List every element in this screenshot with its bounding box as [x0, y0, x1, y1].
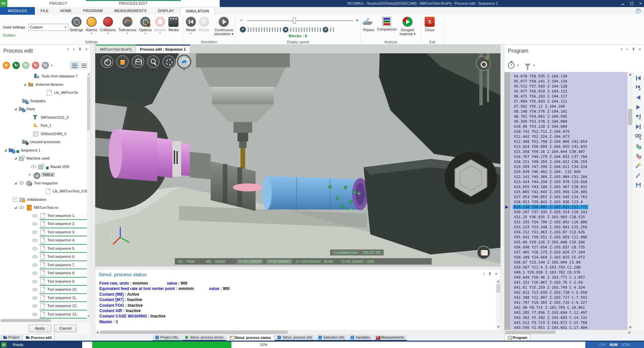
program-line[interactable]: X18.151 Y48.359 Z-104.022 C36.159	[513, 159, 627, 164]
tree-row[interactable]: Part_1	[0, 121, 91, 130]
program-line[interactable]: X5.511 Y57.569 Z-104.128	[513, 84, 627, 89]
tab-modules[interactable]: MODULES	[0, 7, 35, 15]
pin-icon[interactable]	[78, 47, 82, 52]
program-line[interactable]: X23.414 Y44.294 Z-103.978 C29.658	[513, 179, 627, 184]
program-line[interactable]: X28.013 Y39.843 Z-103.936 C23.4	[513, 199, 627, 205]
alarms-button[interactable]: Alarms▼	[85, 15, 99, 35]
scrollbar-thumb[interactable]	[505, 331, 555, 334]
program-line[interactable]: X8.148 Y54.576 Z-104.101	[513, 109, 627, 114]
scroll-up-icon[interactable]	[88, 73, 90, 75]
visibility-eye-icon[interactable]	[32, 264, 38, 267]
visibility-eye-icon[interactable]	[32, 239, 38, 242]
scroll-up-icon[interactable]	[497, 280, 500, 282]
program-line[interactable]: X5.077 Y58.241 Z-104.134	[513, 79, 627, 84]
speed-slider[interactable]	[247, 20, 353, 21]
program-line[interactable]: X42.707 Y10.365 Z-103.716 C-9.227	[513, 300, 627, 305]
cylinder-display-button[interactable]: ▼	[131, 55, 145, 71]
help-icon[interactable]: ?	[483, 272, 485, 276]
program-line[interactable]: X13.924 Y50.999 Z-104.055 C41.031	[513, 144, 627, 149]
tree-row[interactable]: Tool sequence 10,	[0, 286, 91, 294]
tab-program[interactable]: PROGRAM	[77, 7, 109, 15]
chevron-down-icon[interactable]: ▼	[626, 48, 629, 51]
program-line[interactable]: X35.041 Y30.552 Z-103.859 C11.996	[513, 235, 627, 240]
bottom-tab-measurements[interactable]: Measurements	[373, 335, 407, 341]
tree-horizontal-scrollbar[interactable]	[0, 318, 91, 323]
scrollbar-thumb[interactable]	[100, 331, 288, 334]
speed-plus-button[interactable]: +	[356, 17, 359, 23]
tree-row[interactable]: Tool sequence 9,	[0, 278, 91, 286]
filter-icon[interactable]	[525, 64, 531, 67]
comparison-button[interactable]: Comparison	[376, 15, 398, 31]
program-line[interactable]: X16.767 Y49.279 Z-104.033 C37.784	[513, 154, 627, 159]
close-button[interactable]: X Close	[423, 15, 436, 32]
program-line[interactable]: X22.141 Y45.366 Z-103.989 C31.284	[513, 174, 627, 179]
search-button[interactable]	[635, 133, 642, 140]
next-block-button[interactable]	[635, 104, 642, 111]
program-line[interactable]: X25.865 Y42.043 Z-103.956 C26.405	[513, 189, 627, 194]
tree-vertical-scrollbar[interactable]	[87, 72, 91, 318]
tree-row[interactable]: CParts	[0, 105, 91, 113]
program-line[interactable]: X24.655 Y43.186 Z-103.967 C28.031	[513, 184, 627, 189]
visibility-eye-icon[interactable]	[32, 222, 38, 226]
tree-row[interactable]: Machine used	[0, 154, 91, 163]
clock-icon[interactable]	[240, 26, 246, 33]
pin-icon[interactable]	[632, 47, 635, 52]
tree-row[interactable]: Tool sequence 5,	[0, 245, 91, 253]
program-line[interactable]: X39.507 Y21.6 Z-103.793 C2.208	[513, 265, 627, 270]
program-line[interactable]: X43.512 Y3.723 Z-103.672 C-15.768	[513, 320, 627, 325]
program-line[interactable]: X43.595 Y2.051 Z-103.661 C-17.404	[513, 325, 627, 330]
gouged-material-button[interactable]: Gouged material ▾	[398, 15, 417, 36]
program-code-area[interactable]: X4.678 Y58.935 Z-104.139X5.077 Y58.241 Z…	[504, 72, 644, 330]
new-edit-button[interactable]	[635, 162, 642, 169]
tree-row[interactable]: Tool sequence 11,	[0, 294, 91, 302]
tree-row[interactable]: Tool sequence 12,	[0, 302, 91, 310]
tree-row[interactable]: Tool sequence 2,	[0, 220, 91, 228]
program-line[interactable]: X42.388 Y12.007 Z-103.727 C-7.592	[513, 295, 627, 300]
speed-slider-thumb[interactable]	[293, 18, 296, 23]
cancel-button[interactable]: Cancel	[54, 325, 77, 332]
refresh-orange-icon[interactable]: ↻	[3, 62, 10, 69]
maximize-button[interactable]	[630, 2, 633, 5]
n-mode-icon[interactable]: N	[283, 27, 288, 33]
program-line[interactable]: X43.382 Y5.392 Z-103.683 C-14.132	[513, 315, 627, 320]
media-button[interactable]: Media	[167, 15, 180, 32]
visibility-eye-icon[interactable]	[32, 313, 38, 316]
program-line[interactable]: X36.698 Y27.656 Z-103.837 C8.735	[513, 245, 627, 250]
program-line[interactable]: X32.255 Y34.706 Z-103.892 C16.886	[513, 220, 627, 225]
remove-breakpoint-button[interactable]	[635, 153, 642, 159]
tab-simulation[interactable]: SIMULATION	[180, 7, 215, 15]
bottom-tab-process-edit[interactable]: Process edit	[23, 334, 55, 341]
refresh-red-icon[interactable]: ↻	[32, 62, 39, 69]
tree-row[interactable]: TABLE	[0, 171, 91, 179]
tree-row[interactable]: StlFixture1012_3	[0, 113, 91, 122]
program-vertical-scrollbar[interactable]	[627, 72, 633, 330]
skip-to-end-button[interactable]	[635, 123, 642, 130]
help-icon[interactable]: ?	[67, 48, 69, 52]
program-line[interactable]: X34.152 Y31.963 Z-103.87 C13.626	[513, 230, 627, 235]
scroll-left-icon[interactable]	[96, 331, 98, 334]
refresh-green-icon[interactable]: ↻	[12, 62, 20, 69]
planes-button[interactable]: Planes	[362, 15, 376, 32]
next-filtered-button[interactable]	[635, 114, 642, 120]
program-line[interactable]: X37.465 Y26.173 Z-103.826 C7.104	[513, 250, 627, 255]
bottom-tab-project[interactable]: Project	[1, 335, 22, 341]
edit-button[interactable]	[635, 172, 642, 179]
program-line[interactable]: X35.89 Y29.116 Z-103.848 C10.366	[513, 240, 627, 245]
visibility-eye-icon[interactable]	[32, 280, 38, 283]
scrollbar-thumb[interactable]	[628, 109, 632, 125]
chevron-down-icon[interactable]: ▼	[72, 48, 75, 51]
tree-row[interactable]: Tool sequence 8,	[0, 269, 91, 278]
program-line[interactable]: X10.742 Y52.711 Z-104.079	[513, 129, 627, 134]
stock-display-button[interactable]: ▼	[115, 55, 129, 71]
bottom-tab-program[interactable]: Program	[505, 334, 530, 341]
close-panel-icon[interactable]: ✕	[85, 47, 88, 52]
visibility-eye-icon[interactable]	[32, 296, 38, 300]
speed-minus-button[interactable]: −	[240, 17, 243, 23]
tree-row[interactable]: Tool sequence 1,	[0, 212, 91, 220]
program-line[interactable]: X7.004 Y55.693 Z-104.112	[513, 99, 627, 104]
pin-icon[interactable]	[488, 272, 491, 276]
program-line[interactable]: X40.649 Y18.46 Z-103.771 C-1.057	[513, 275, 627, 280]
tolerances-button[interactable]: Tolerances▼	[117, 15, 138, 35]
program-line[interactable]: X41.152 Y16.867 Z-103.76 C-2.69	[513, 280, 627, 285]
viewport-3d[interactable]: ▼ ▼ ▼ ▼ ▼ ▼ ▼ Cumulated time	[95, 53, 500, 267]
